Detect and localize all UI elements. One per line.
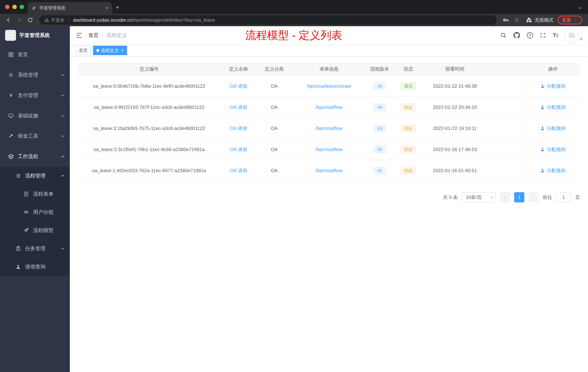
browser-menu-icon[interactable]: ⋮: [573, 17, 578, 23]
tag-close-icon[interactable]: ×: [121, 48, 124, 53]
chevron-down-icon: [61, 247, 65, 251]
chevron-down-icon: [61, 93, 65, 97]
assign-rule-button[interactable]: 分配规则: [540, 167, 566, 174]
breadcrumb: 首页 / 流程定义: [88, 32, 127, 39]
incognito-icon: [526, 17, 532, 23]
goto-unit: 页: [575, 194, 580, 201]
col-header: 定义分类: [257, 66, 292, 72]
sidebar-item-label: 请假查询: [25, 263, 65, 270]
status-badge: 挂起: [401, 166, 416, 175]
definition-category: OA: [257, 104, 292, 110]
goto-page-input[interactable]: [556, 192, 571, 202]
definition-name-link[interactable]: OA 请假: [230, 168, 247, 173]
password-key-icon[interactable]: [501, 15, 511, 25]
tag-process-definition[interactable]: 流程定义 ×: [93, 46, 127, 55]
monitor-icon: [8, 113, 14, 119]
sidebar-item-label: 流程模型: [33, 227, 65, 234]
definition-category: OA: [257, 147, 292, 152]
assign-rule-button[interactable]: 分配规则: [540, 83, 566, 89]
form-link[interactable]: /bpm/oa/flow: [316, 147, 342, 152]
sidebar-item-process-model[interactable]: 流程模型: [0, 221, 70, 240]
dashboard-icon: [8, 52, 14, 57]
close-window-button[interactable]: [5, 5, 10, 9]
sidebar-item-label: 用户分组: [33, 209, 65, 216]
workflow-submenu: 流程管理 流程表单 用户分组 流程模型 任务管理: [0, 167, 70, 276]
hamburger-icon[interactable]: [76, 32, 83, 39]
version-badge: v2: [374, 146, 386, 153]
logo-title: 芋道管理系统: [19, 32, 50, 39]
status-badge: 激活: [401, 82, 416, 90]
new-tab-button[interactable]: +: [116, 4, 119, 11]
paper-plane-icon: [23, 228, 29, 233]
sidebar-item-system[interactable]: 系统管理: [0, 65, 70, 85]
sidebar-item-user-group[interactable]: 用户分组: [0, 203, 70, 221]
prev-page-button[interactable]: ‹: [500, 192, 510, 202]
help-icon[interactable]: ?: [527, 32, 533, 38]
form-link[interactable]: /bpm/oa/flow: [316, 126, 342, 131]
user-avatar[interactable]: ▾: [565, 28, 582, 42]
definition-id: oa_leave:1:482ec033-762a-11ec-8477-a2380…: [78, 168, 220, 174]
caret-down-icon: ▾: [580, 37, 582, 42]
maximize-window-button[interactable]: [20, 5, 24, 9]
tab-search-icon[interactable]: [578, 6, 582, 10]
page-1-button[interactable]: 1: [514, 192, 524, 202]
font-size-small: T: [556, 34, 558, 38]
reload-button[interactable]: [25, 15, 35, 25]
form-link[interactable]: /bpm/oa/flow: [316, 168, 342, 173]
assign-rule-button[interactable]: 分配规则: [540, 146, 566, 153]
action-label: 分配规则: [547, 146, 566, 153]
tag-home[interactable]: 首页: [76, 46, 91, 55]
browser-update-button[interactable]: 更新 ⋮: [558, 16, 582, 24]
incognito-indicator: 无痕模式: [526, 17, 554, 23]
definition-name-link[interactable]: OA 请假: [230, 126, 247, 131]
breadcrumb-home[interactable]: 首页: [88, 32, 99, 39]
back-button[interactable]: [4, 15, 13, 25]
col-header: 流程版本: [367, 66, 393, 72]
definition-id: oa_leave:5:004b710b-7b8a-11ec-8ef0-acde4…: [78, 83, 220, 89]
sidebar-item-payment[interactable]: ¥ 支付管理: [0, 85, 70, 106]
definition-name-link[interactable]: OA 请假: [230, 104, 247, 110]
github-icon[interactable]: [514, 32, 520, 39]
font-size-icon[interactable]: TT: [553, 32, 558, 39]
assign-rule-button[interactable]: 分配规则: [540, 104, 566, 110]
minimize-window-button[interactable]: [12, 5, 17, 9]
tab-close-icon[interactable]: ×: [105, 5, 108, 11]
assign-rule-button[interactable]: 分配规则: [540, 125, 566, 131]
sidebar-item-devtools[interactable]: 研发工具: [0, 126, 70, 146]
security-warning[interactable]: 不安全: [44, 17, 64, 23]
sidebar-item-label: 研发工具: [18, 133, 61, 140]
sidebar-item-task-mgmt[interactable]: 任务管理: [0, 240, 70, 258]
action-label: 分配规则: [547, 125, 566, 131]
sidebar-item-home[interactable]: 首页: [0, 44, 70, 65]
sidebar-item-infra[interactable]: 基础设施: [0, 106, 70, 126]
form-link[interactable]: /bpm/oa/leave/create: [307, 83, 351, 89]
sidebar-item-label: 首页: [18, 51, 65, 58]
fullscreen-icon[interactable]: [540, 33, 546, 38]
person-icon: [540, 84, 545, 88]
forward-button[interactable]: [15, 15, 24, 25]
table-header: 定义编号 定义名称 定义分类 表单信息 流程版本 状态 部署时间 操作: [78, 63, 580, 76]
user-icon: [15, 264, 21, 270]
sidebar-item-workflow[interactable]: 工作流程: [0, 146, 70, 167]
url-path: /bpm/manager/definition?key=oa_leave: [132, 17, 215, 23]
status-badge: 挂起: [401, 103, 416, 111]
action-label: 分配规则: [547, 83, 566, 89]
sidebar-item-leave-query[interactable]: 请假查询: [0, 258, 70, 276]
page-size-select[interactable]: 10条/页 ▾: [462, 192, 496, 202]
bookmark-star-icon[interactable]: ☆: [512, 15, 521, 25]
action-label: 分配规则: [547, 167, 566, 174]
form-link[interactable]: /bpm/oa/flow: [316, 104, 342, 110]
search-icon[interactable]: [500, 32, 506, 38]
definition-name-link[interactable]: OA 请假: [230, 83, 247, 89]
sidebar-item-process-form[interactable]: 流程表单: [0, 185, 70, 203]
url-bar[interactable]: 不安全 dashboard.yudao.iocoder.cn/bpm/manag…: [39, 15, 497, 25]
version-badge: v4: [374, 104, 386, 111]
next-page-button[interactable]: ›: [528, 192, 538, 202]
browser-tab[interactable]: 芋道管理系统 ×: [28, 2, 112, 14]
definition-name-link[interactable]: OA 请假: [230, 147, 247, 152]
person-icon: [540, 126, 545, 131]
sidebar-item-process-mgmt[interactable]: 流程管理: [0, 167, 70, 185]
pagination: 共 5 条 10条/页 ▾ ‹ 1 › 前往 页: [78, 192, 580, 202]
tab-title: 芋道管理系统: [39, 5, 103, 11]
sidebar-logo[interactable]: 芋道管理系统: [0, 26, 70, 44]
